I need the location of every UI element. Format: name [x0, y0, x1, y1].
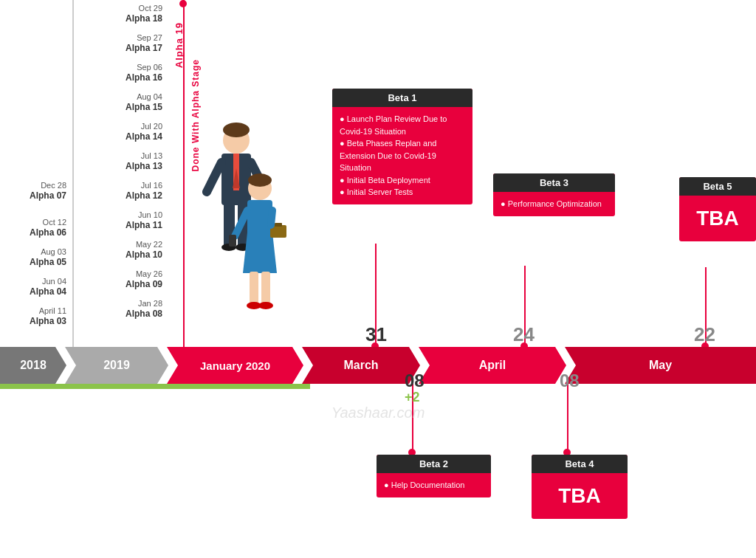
alpha-03: April 11 Alpha 03	[30, 306, 66, 327]
beta3-content: Performance Optimization	[493, 192, 615, 216]
beta4-content: TBA	[532, 473, 628, 519]
alpha-15: Aug 04 Alpha 15	[126, 92, 162, 113]
beta2-box: Beta 2 Help Documentation	[377, 455, 491, 497]
top-section: Dec 28 Alpha 07 Oct 12 Alpha 06 Aug 03 A…	[0, 0, 756, 347]
beta1-content: Launch Plan Review Due to Covid-19 Situa…	[332, 107, 472, 204]
beta2-number: 08	[405, 371, 425, 391]
beta2-title: Beta 2	[377, 455, 491, 473]
beta4-title: Beta 4	[532, 455, 628, 473]
alpha-mid-column: Oct 29 Alpha 18 Sep 27 Alpha 17 Sep 06 A…	[74, 0, 170, 347]
segment-april: April	[419, 347, 566, 384]
alpha-11: Jun 10 Alpha 11	[126, 210, 162, 231]
svg-point-1	[223, 123, 250, 137]
timeline-container: Dec 28 Alpha 07 Oct 12 Alpha 06 Aug 03 A…	[0, 0, 756, 558]
svg-line-9	[207, 162, 221, 192]
svg-point-12	[248, 173, 272, 187]
beta5-title: Beta 5	[679, 177, 756, 196]
alpha-13: Jul 13 Alpha 13	[126, 151, 162, 172]
segment-2019: 2019	[65, 347, 168, 384]
beta2-content: Help Documentation	[377, 473, 491, 497]
green-progress-line	[0, 384, 310, 389]
beta1-number: 31	[365, 323, 387, 346]
svg-line-22	[271, 210, 272, 225]
beta2-extra: +2	[405, 390, 420, 405]
svg-rect-18	[261, 272, 270, 305]
watermark: Yaashaar.com	[331, 404, 425, 421]
alpha-17: Sep 27 Alpha 17	[126, 33, 162, 54]
characters-figure	[199, 118, 288, 325]
alpha-left-column: Dec 28 Alpha 07 Oct 12 Alpha 06 Aug 03 A…	[0, 0, 74, 347]
svg-rect-17	[250, 272, 258, 305]
alpha-14: Jul 20 Alpha 14	[126, 122, 162, 142]
alpha19-dot	[179, 0, 187, 7]
alpha-04: Jun 04 Alpha 04	[30, 277, 66, 297]
timeline-bar: 2018 2019 January 2020 March April May	[0, 347, 756, 384]
svg-rect-16	[275, 223, 282, 227]
beta4-box: Beta 4 TBA	[532, 455, 628, 519]
beta4-connector	[567, 384, 568, 450]
svg-rect-23	[229, 235, 236, 247]
beta1-box: Beta 1 Launch Plan Review Due to Covid-1…	[332, 89, 472, 204]
alpha-18: Oct 29 Alpha 18	[126, 4, 162, 24]
alpha-10: May 22 Alpha 10	[126, 240, 162, 261]
alpha-05: Aug 03 Alpha 05	[30, 247, 66, 268]
alpha19-label: Alpha 19	[173, 22, 185, 68]
beta5-box: Beta 5 TBA	[679, 177, 756, 241]
alpha-12: Jul 16 Alpha 12	[126, 181, 162, 202]
svg-point-20	[258, 302, 273, 309]
segment-2018: 2018	[0, 347, 66, 384]
beta1-title: Beta 1	[332, 89, 472, 107]
alpha-07: Dec 28 Alpha 07	[30, 181, 66, 202]
beta3-box: Beta 3 Performance Optimization	[493, 173, 615, 216]
alpha-06: Oct 12 Alpha 06	[30, 218, 66, 238]
beta3-number: 24	[513, 323, 535, 346]
beta3-title: Beta 3	[493, 173, 615, 192]
beta4-number: 08	[560, 371, 580, 391]
svg-marker-14	[243, 232, 277, 273]
alpha-08: Jan 28 Alpha 08	[126, 299, 162, 320]
beta5-content: TBA	[679, 196, 756, 241]
beta5-number: 22	[694, 323, 715, 346]
alpha-16: Sep 06 Alpha 16	[126, 63, 162, 83]
segment-march: March	[302, 347, 420, 384]
segment-may: May	[565, 347, 756, 384]
segment-jan2020: January 2020	[167, 347, 303, 384]
alpha-09: May 26 Alpha 09	[126, 269, 162, 290]
